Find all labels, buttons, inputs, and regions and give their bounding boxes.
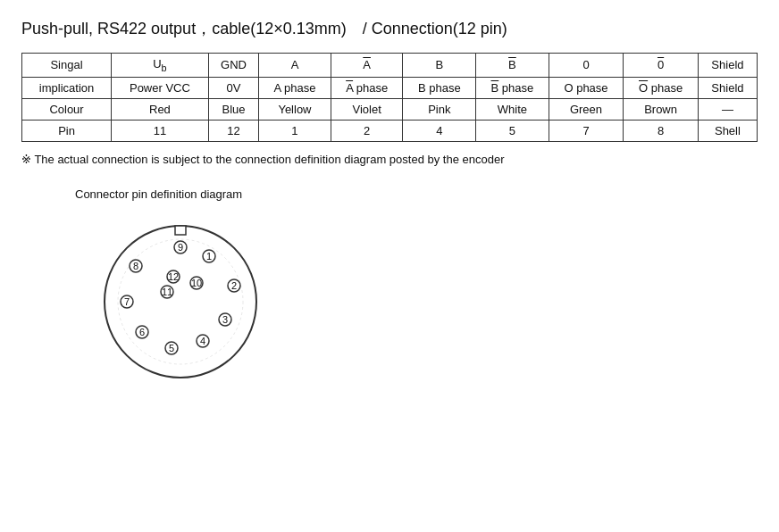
cell-shell: Shell — [698, 120, 757, 141]
cell-o-phase: O phase — [549, 77, 624, 98]
col-b: B — [403, 54, 476, 78]
cell-obar-phase: O phase — [624, 77, 699, 98]
cell-dash: — — [698, 98, 757, 120]
svg-text:5: 5 — [169, 343, 174, 353]
cell-violet: Violet — [331, 98, 403, 120]
svg-text:7: 7 — [124, 296, 130, 307]
colour-row: Colour Red Blue Yellow Violet Pink White… — [22, 98, 758, 120]
svg-text:8: 8 — [133, 261, 138, 271]
cell-white: White — [476, 98, 549, 120]
col-0: 0 — [549, 54, 624, 78]
cell-pin-label: Pin — [22, 120, 112, 141]
cell-pin-11: 11 — [112, 120, 209, 141]
svg-text:12: 12 — [168, 271, 179, 282]
cell-pin-12: 12 — [208, 120, 258, 141]
col-shield: Shield — [698, 54, 757, 78]
connection-table: Singal Ub GND A A B B 0 0 Shield implica… — [21, 53, 758, 142]
col-a: A — [259, 54, 331, 78]
cell-b-phase: B phase — [403, 77, 476, 98]
diagram-section: Connector pin definition diagram 9 1 2 3… — [21, 187, 758, 388]
cell-pin-7: 7 — [549, 120, 624, 141]
svg-text:10: 10 — [191, 278, 202, 288]
cell-abar-phase: A phase — [331, 77, 403, 98]
col-signal: Singal — [22, 54, 112, 78]
header-row: Singal Ub GND A A B B 0 0 Shield — [22, 54, 758, 78]
cell-pin-5: 5 — [476, 120, 549, 141]
svg-text:11: 11 — [162, 287, 172, 297]
cell-red: Red — [112, 98, 209, 120]
svg-text:1: 1 — [206, 251, 212, 262]
col-ub: Ub — [112, 54, 209, 78]
svg-text:9: 9 — [178, 242, 183, 253]
cell-shield-impl: Shield — [698, 77, 757, 98]
note-text: ※ The actual connection is subject to th… — [21, 153, 758, 166]
cell-pink: Pink — [403, 98, 476, 120]
implication-row: implication Power VCC 0V A phase A phase… — [22, 77, 758, 98]
cell-pin-8: 8 — [624, 120, 699, 141]
cell-implication: implication — [22, 77, 112, 98]
diagram-label: Connector pin definition diagram — [75, 187, 242, 201]
cell-ov: 0V — [208, 77, 258, 98]
col-gnd: GND — [208, 54, 258, 78]
svg-text:2: 2 — [231, 280, 237, 291]
svg-text:3: 3 — [222, 314, 228, 325]
pin-row: Pin 11 12 1 2 4 5 7 8 Shell — [22, 120, 758, 141]
cell-colour-label: Colour — [22, 98, 112, 120]
svg-text:4: 4 — [200, 336, 205, 346]
cell-brown: Brown — [624, 98, 699, 120]
cell-pin-1: 1 — [259, 120, 331, 141]
page-title: Push-pull, RS422 output，cable(12×0.13mm)… — [21, 18, 758, 40]
col-abar: A — [331, 54, 403, 78]
svg-rect-2 — [175, 226, 186, 235]
cell-a-phase: A phase — [259, 77, 331, 98]
col-bbar: B — [476, 54, 549, 78]
connector-diagram: 9 1 2 3 4 5 6 7 8 10 11 12 — [93, 210, 272, 388]
svg-text:6: 6 — [139, 327, 145, 337]
cell-pin-2: 2 — [331, 120, 403, 141]
col-0bar: 0 — [624, 54, 699, 78]
cell-green: Green — [549, 98, 624, 120]
cell-blue: Blue — [208, 98, 258, 120]
cell-pin-4: 4 — [403, 120, 476, 141]
cell-power-vcc: Power VCC — [112, 77, 209, 98]
cell-bbar-phase: B phase — [476, 77, 549, 98]
cell-yellow: Yellow — [259, 98, 331, 120]
